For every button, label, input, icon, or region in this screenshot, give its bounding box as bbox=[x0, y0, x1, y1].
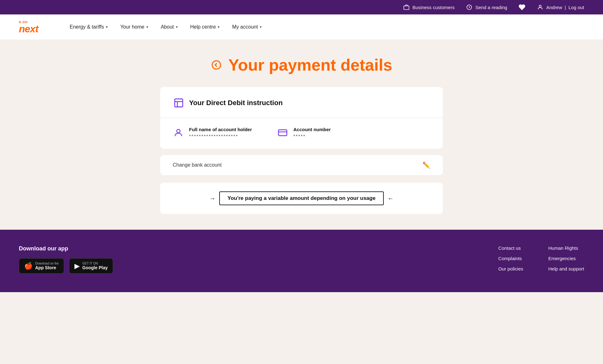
svg-rect-0 bbox=[404, 6, 409, 10]
help-support-link[interactable]: Help and support bbox=[548, 266, 584, 271]
change-account-label: Change bank account bbox=[173, 162, 222, 168]
app-buttons: 🍎 Download on the App Store ▶ GET IT ON … bbox=[19, 258, 113, 274]
our-policies-link[interactable]: Our policies bbox=[498, 266, 523, 271]
chevron-down-icon: ▾ bbox=[106, 25, 108, 29]
contact-us-link[interactable]: Contact us bbox=[498, 245, 523, 251]
person-icon bbox=[173, 127, 184, 138]
account-holder-label: Full name of account holder bbox=[189, 127, 252, 132]
footer-app-section: Download our app 🍎 Download on the App S… bbox=[19, 245, 113, 276]
nav-your-home[interactable]: Your home ▾ bbox=[120, 22, 148, 32]
footer-app-title: Download our app bbox=[19, 245, 113, 252]
app-store-line1: Download on the bbox=[35, 262, 59, 265]
complaints-link[interactable]: Complaints bbox=[498, 256, 523, 261]
play-store-button[interactable]: ▶ GET IT ON Google Play bbox=[69, 258, 113, 274]
footer-col-2: Human Rights Emergencies Help and suppor… bbox=[548, 245, 584, 276]
account-number-value: ***** bbox=[293, 133, 331, 139]
arrow-right-1: → bbox=[209, 195, 215, 202]
play-store-line2: Google Play bbox=[82, 265, 108, 270]
card-divider bbox=[160, 118, 443, 118]
logout-link[interactable]: Log out bbox=[568, 5, 584, 10]
app-store-button[interactable]: 🍎 Download on the App Store bbox=[19, 258, 64, 274]
send-reading-link[interactable]: Send a reading bbox=[466, 4, 507, 11]
svg-point-7 bbox=[177, 129, 180, 133]
direct-debit-title: Your Direct Debit instruction bbox=[189, 99, 283, 107]
footer-links: Contact us Complaints Our policies Human… bbox=[144, 245, 584, 276]
change-account-card[interactable]: Change bank account ✏️ bbox=[160, 155, 443, 175]
card-icon-field bbox=[277, 127, 288, 138]
direct-debit-card: Your Direct Debit instruction Full name … bbox=[160, 87, 443, 149]
user-menu[interactable]: Andrew | Log out bbox=[537, 4, 584, 11]
logo[interactable]: e·on next bbox=[19, 20, 38, 34]
heart-icon bbox=[519, 4, 525, 11]
account-number-group: Account number ***** bbox=[277, 127, 331, 139]
emergencies-link[interactable]: Emergencies bbox=[548, 256, 584, 261]
account-holder-info: Full name of account holder ************… bbox=[189, 127, 252, 139]
chevron-down-icon: ▾ bbox=[176, 25, 178, 29]
account-holder-value: ******************** bbox=[189, 133, 252, 139]
page-title: Your payment details bbox=[228, 56, 392, 74]
logo-next: next bbox=[19, 24, 38, 34]
footer-col-1: Contact us Complaints Our policies bbox=[498, 245, 523, 276]
play-store-line1: GET IT ON bbox=[82, 262, 108, 265]
meter-icon bbox=[466, 4, 473, 11]
footer: Download our app 🍎 Download on the App S… bbox=[0, 230, 603, 292]
svg-rect-8 bbox=[279, 130, 287, 136]
app-store-line2: App Store bbox=[35, 265, 56, 270]
svg-rect-4 bbox=[175, 99, 183, 107]
arrow-left-1: ← bbox=[388, 195, 394, 202]
business-customers-label: Business customers bbox=[412, 5, 454, 10]
variable-payment-card: → You're paying a variable amount depend… bbox=[160, 183, 443, 214]
main-content: Your payment details Your Direct Debit i… bbox=[0, 40, 603, 230]
page-header: Your payment details bbox=[19, 56, 584, 74]
variable-payment-text: You're paying a variable amount dependin… bbox=[219, 191, 383, 205]
play-icon: ▶ bbox=[74, 262, 80, 270]
arrows-left: → bbox=[209, 195, 215, 202]
card-fields: Full name of account holder ************… bbox=[173, 127, 430, 139]
briefcase-icon bbox=[403, 4, 410, 11]
separator: | bbox=[565, 5, 566, 10]
apple-icon: 🍎 bbox=[24, 262, 33, 270]
card-title-row: Your Direct Debit instruction bbox=[173, 97, 430, 109]
edit-icon: ✏️ bbox=[422, 161, 430, 169]
send-reading-label: Send a reading bbox=[475, 5, 507, 10]
chevron-down-icon: ▾ bbox=[260, 25, 262, 29]
chevron-down-icon: ▾ bbox=[218, 25, 220, 29]
footer-content: Download our app 🍎 Download on the App S… bbox=[19, 245, 584, 276]
user-name: Andrew bbox=[546, 5, 562, 10]
heart-link[interactable] bbox=[519, 4, 525, 11]
top-bar: Business customers Send a reading Andrew… bbox=[0, 0, 603, 14]
svg-point-3 bbox=[212, 61, 221, 69]
nav-energy-tariffs[interactable]: Energy & tariffs ▾ bbox=[70, 22, 108, 32]
account-number-label: Account number bbox=[293, 127, 331, 132]
account-holder-group: Full name of account holder ************… bbox=[173, 127, 252, 139]
nav-bar: e·on next Energy & tariffs ▾ Your home ▾… bbox=[0, 14, 603, 40]
business-customers-link[interactable]: Business customers bbox=[403, 4, 454, 11]
arrows-right: ← bbox=[388, 195, 394, 202]
chevron-down-icon: ▾ bbox=[146, 25, 148, 29]
direct-debit-icon bbox=[173, 97, 185, 109]
nav-my-account[interactable]: My account ▾ bbox=[232, 22, 262, 32]
svg-point-2 bbox=[539, 5, 541, 7]
nav-help-centre[interactable]: Help centre ▾ bbox=[190, 22, 220, 32]
user-icon bbox=[537, 4, 544, 11]
back-button[interactable] bbox=[211, 59, 222, 71]
account-number-info: Account number ***** bbox=[293, 127, 331, 139]
human-rights-link[interactable]: Human Rights bbox=[548, 245, 584, 251]
nav-about[interactable]: About ▾ bbox=[161, 22, 178, 32]
